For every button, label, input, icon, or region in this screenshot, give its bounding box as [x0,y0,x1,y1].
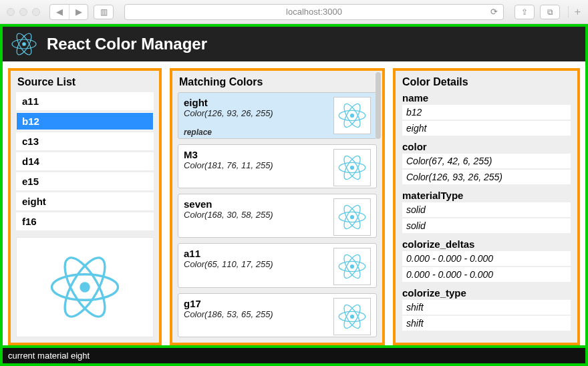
back-button[interactable]: ◀ [50,5,69,19]
match-thumb [333,248,371,285]
thumb-icon [337,252,367,281]
max-dot[interactable] [32,8,40,16]
details-body: nameb12eightcolorColor(67, 42, 6, 255)Co… [396,92,577,343]
app-title: React Color Manager [47,35,207,53]
source-item[interactable]: e15 [16,172,154,190]
thumb-icon [337,202,367,232]
match-thumb [333,298,371,335]
forward-button[interactable]: ▶ [69,5,88,19]
window-controls [7,8,40,16]
match-card[interactable]: eightColor(126, 93, 26, 255)replace [178,92,377,139]
match-list: eightColor(126, 93, 26, 255)replaceM3Col… [172,92,382,343]
thumb-icon [337,302,367,331]
sidebar-toggle-button[interactable]: ▥ [94,5,114,19]
source-panel: Source List a11b12c13d14e15eightf16 [8,68,162,345]
replace-action[interactable]: replace [184,128,328,137]
react-logo-icon [11,31,37,57]
detail-value: eight [402,121,571,137]
detail-value: b12 [402,105,571,121]
match-thumb [333,97,371,134]
detail-field: colorColor(67, 42, 6, 255)Color(126, 93,… [402,141,571,186]
detail-value: shift [402,316,571,332]
scrollbar[interactable] [376,72,381,139]
match-thumb [333,198,371,236]
detail-field: materialTypesolidsolid [402,190,571,234]
match-card[interactable]: g17Color(186, 53, 65, 255) [178,293,377,337]
reload-icon[interactable]: ⟳ [490,7,498,17]
detail-value: 0.000 - 0.000 - 0.000 [402,267,571,283]
app-frame: React Color Manager Source List a11b12c1… [0,24,588,366]
app-header: React Color Manager [3,27,585,61]
share-button[interactable]: ⇪ [514,5,535,19]
detail-value: Color(67, 42, 6, 255) [402,154,571,170]
match-card[interactable]: sevenColor(168, 30, 58, 255) [178,194,377,238]
detail-value: 0.000 - 0.000 - 0.000 [402,251,571,267]
detail-label: materialType [402,190,571,201]
detail-value: solid [402,218,571,234]
source-item[interactable]: a11 [16,92,154,110]
match-color: Color(126, 93, 26, 255) [184,108,328,118]
browser-chrome: ◀ ▶ ▥ localhost:3000 ⟳ ⇪ ⧉ + [0,0,588,24]
detail-field: colorize_typeshiftshift [402,287,571,332]
detail-value: Color(126, 93, 26, 255) [402,170,571,186]
match-name: g17 [184,298,328,309]
source-item[interactable]: c13 [16,132,154,150]
preview-icon [48,250,122,324]
new-tab-button[interactable]: + [568,6,581,18]
detail-value: solid [402,202,571,218]
match-name: M3 [184,149,328,160]
match-card[interactable]: a11Color(65, 110, 17, 255) [178,243,377,287]
thumb-icon [337,153,367,182]
detail-label: colorize_deltas [402,238,571,250]
match-color: Color(168, 30, 58, 255) [184,210,328,220]
main-area: Source List a11b12c13d14e15eightf16 Matc… [3,61,585,345]
source-item[interactable]: d14 [16,152,154,170]
min-dot[interactable] [19,8,27,16]
source-item[interactable]: b12 [16,112,154,130]
status-bar: current material eight [3,345,585,363]
match-thumb [333,149,371,186]
thumb-icon [337,101,367,130]
source-item[interactable]: f16 [16,212,154,230]
detail-label: color [402,141,571,152]
match-color: Color(65, 110, 17, 255) [184,259,328,269]
source-panel-title: Source List [11,71,159,92]
source-item[interactable]: eight [16,192,154,210]
match-name: seven [184,198,328,210]
match-name: a11 [184,248,328,259]
source-list: a11b12c13d14e15eightf16 [11,92,159,230]
match-color: Color(186, 53, 65, 255) [184,309,328,319]
detail-value: shift [402,300,571,316]
detail-label: colorize_type [402,287,571,299]
match-card[interactable]: M3Color(181, 76, 11, 255) [178,144,377,188]
matching-panel-title: Matching Colors [172,71,382,92]
nav-buttons: ◀ ▶ [49,4,88,20]
detail-label: name [402,92,571,104]
url-text: localhost:3000 [286,7,342,17]
details-panel: Color Details nameb12eightcolorColor(67,… [393,68,580,345]
tabs-button[interactable]: ⧉ [540,5,560,19]
matching-panel: Matching Colors eightColor(126, 93, 26, … [170,68,385,345]
details-panel-title: Color Details [396,71,577,92]
url-bar[interactable]: localhost:3000 ⟳ [124,4,504,20]
match-name: eight [184,97,328,108]
detail-field: colorize_deltas0.000 - 0.000 - 0.0000.00… [402,238,571,283]
detail-field: nameb12eight [402,92,571,137]
source-preview [16,237,154,337]
match-color: Color(181, 76, 11, 255) [184,160,328,170]
status-text: current material eight [8,351,90,361]
close-dot[interactable] [7,8,15,16]
